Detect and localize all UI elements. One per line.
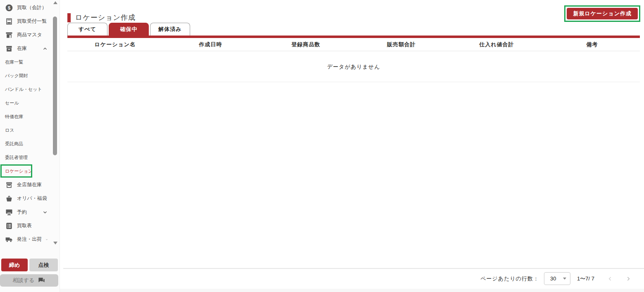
sidebar-subitem-pack-kaifuu[interactable]: パック開封: [0, 69, 60, 83]
soudan-button-label: 相談する: [13, 277, 35, 284]
rows-per-page-label: ページあたりの行数：: [480, 275, 539, 283]
sidebar-subitem-sale[interactable]: セール: [0, 96, 60, 110]
sidebar-scrollbar: [53, 0, 58, 292]
rows-per-page-select[interactable]: 30: [544, 272, 570, 285]
subitem-label: 特価在庫: [5, 114, 23, 120]
sidebar-item-label: 商品マスタ: [17, 31, 42, 38]
main-content: ロケーション作成 新規ロケーション作成 すべて 確保中 解体済み ロケーション名…: [60, 0, 644, 292]
title-accent-bar: [67, 13, 71, 22]
sidebar-item-kaitori-kaikei[interactable]: $ 買取（会計）: [0, 1, 60, 14]
subitem-label: パック開封: [5, 73, 28, 79]
sidebar-item-label: オリパ・福袋: [17, 195, 47, 202]
table-header-row: ロケーション名 作成日時 登録商品数 販売額合計 仕入れ値合計 備考: [67, 38, 640, 51]
annotation-highlight-box: 新規ロケーション作成: [564, 5, 640, 22]
sidebar-item-label: 買取表: [17, 222, 32, 229]
page-title: ロケーション作成: [75, 13, 136, 22]
truck-icon: [5, 235, 13, 244]
basket-icon: [5, 195, 13, 203]
pagination-next-button[interactable]: [623, 274, 633, 284]
subitem-label: セール: [5, 100, 19, 106]
sidebar-subitem-itakusha-kanri[interactable]: 委託者管理: [0, 151, 60, 164]
empty-state-message: データがありません: [327, 63, 380, 71]
tab-secured[interactable]: 確保中: [109, 23, 149, 36]
box-outline-icon: [5, 181, 13, 189]
sidebar-item-label: 買取受付一覧: [17, 18, 47, 25]
sidebar-subitem-jutaku-shouhin[interactable]: 受託商品: [0, 137, 60, 151]
subitem-label: 委託者管理: [5, 154, 28, 161]
caret-down-icon: [563, 278, 566, 280]
sidebar-subitem-bundle-set[interactable]: バンドル・セット: [0, 83, 60, 96]
chevron-up-icon: [42, 46, 48, 52]
sidebar-item-label: 発注・出荷: [17, 236, 42, 243]
chevron-down-icon: [45, 237, 48, 242]
sidebar: $ 買取（会計） 買取受付一覧 商品マスタ 在庫: [0, 0, 60, 292]
scroll-up-arrow-icon[interactable]: [53, 1, 57, 4]
column-header-sales-total: 販売額合計: [353, 38, 449, 51]
sidebar-item-kaitorihyou[interactable]: 買取表: [0, 219, 60, 233]
table-icon: [5, 222, 13, 230]
column-header-created-at: 作成日時: [163, 38, 258, 51]
sidebar-item-label: 予約: [17, 209, 27, 216]
sidebar-item-yoyaku[interactable]: 予約: [0, 205, 60, 219]
subitem-label: ロス: [5, 127, 14, 133]
new-location-button[interactable]: 新規ロケーション作成: [567, 8, 638, 19]
shime-button-label: 締め: [9, 261, 20, 269]
sidebar-item-label: 買取（会計）: [17, 4, 47, 11]
sidebar-nav: $ 買取（会計） 買取受付一覧 商品マスタ 在庫: [0, 0, 60, 246]
sidebar-item-hacchuu-shukka[interactable]: 発注・出荷: [0, 233, 60, 246]
empty-state-row: データがありません: [67, 52, 640, 82]
tab-all[interactable]: すべて: [67, 23, 107, 36]
sidebar-subitem-zaiko-ichiran[interactable]: 在庫一覧: [0, 55, 60, 69]
sidebar-item-kaitori-uketsuke[interactable]: 買取受付一覧: [0, 14, 60, 28]
tenken-button-label: 点検: [38, 261, 49, 269]
soudan-button[interactable]: 相談する: [0, 274, 58, 287]
subitem-label: 受託商品: [5, 141, 23, 147]
store-icon: [5, 31, 13, 39]
shime-button[interactable]: 締め: [1, 259, 28, 271]
sidebar-item-zentenpo-zaiko[interactable]: 全店舗在庫: [0, 178, 60, 192]
scrollbar-thumb[interactable]: [53, 17, 57, 155]
rows-per-page-value: 30: [550, 275, 556, 282]
sidebar-item-shouhin-master[interactable]: 商品マスタ: [0, 28, 60, 42]
tab-dismantled[interactable]: 解体済み: [150, 23, 190, 36]
svg-text:$: $: [8, 5, 10, 10]
column-header-remarks: 備考: [544, 38, 640, 51]
pagination-range: 1〜7/ 7: [577, 275, 594, 283]
money-icon: $: [5, 4, 13, 12]
monitor-icon: [5, 208, 13, 216]
receipt-icon: [5, 17, 13, 26]
scroll-down-arrow-icon[interactable]: [53, 242, 57, 245]
page-bottom-strip: [60, 289, 644, 292]
app-root: $ 買取（会計） 買取受付一覧 商品マスタ 在庫: [0, 0, 644, 292]
subitem-label: ロケーション: [5, 168, 33, 174]
tenken-button[interactable]: 点検: [29, 259, 58, 271]
column-header-item-count: 登録商品数: [258, 38, 354, 51]
subitem-label: バンドル・セット: [5, 86, 42, 93]
pagination-bar: ページあたりの行数： 30 1〜7/ 7: [60, 269, 644, 288]
sidebar-item-zaiko[interactable]: 在庫: [0, 42, 60, 55]
chat-icon: [38, 277, 45, 285]
column-header-location-name: ロケーション名: [67, 38, 163, 51]
tab-bar: すべて 確保中 解体済み: [67, 23, 191, 36]
column-header-cost-total: 仕入れ値合計: [449, 38, 544, 51]
sidebar-item-oripa-fukubukuro[interactable]: オリパ・福袋: [0, 192, 60, 205]
sidebar-item-label: 在庫: [17, 45, 27, 52]
sidebar-subitem-location[interactable]: ロケーション: [0, 164, 60, 178]
sidebar-item-label: 全店舗在庫: [17, 181, 42, 188]
sidebar-subitem-tokka-zaiko[interactable]: 特価在庫: [0, 110, 60, 123]
pagination-prev-button[interactable]: [605, 274, 615, 284]
box-icon: [5, 45, 13, 53]
subitem-label: 在庫一覧: [5, 59, 23, 65]
sidebar-subitem-loss[interactable]: ロス: [0, 123, 60, 137]
chevron-down-icon: [42, 209, 48, 215]
